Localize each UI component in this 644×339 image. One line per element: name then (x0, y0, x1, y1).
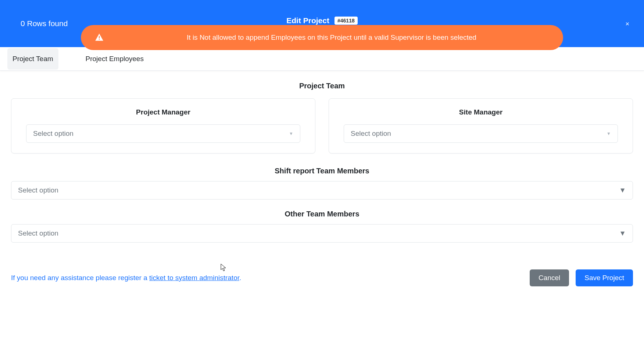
shift-report-section: Shift report Team Members Select option … (11, 167, 633, 199)
alert-banner: It is Not allowed to append Employees on… (81, 25, 563, 50)
select-placeholder: Select option (18, 186, 58, 194)
svg-rect-0 (99, 36, 100, 39)
modal-footer: If you need any assistance please regist… (0, 260, 644, 295)
caret-down-icon: ▼ (607, 131, 611, 136)
modal-header: 0 Rows found Edit Project #46118 × It is… (0, 0, 644, 47)
title-area: Edit Project #46118 (286, 16, 357, 25)
footer-actions: Cancel Save Project (530, 269, 633, 286)
help-text: If you need any assistance please regist… (11, 274, 241, 282)
save-project-button[interactable]: Save Project (576, 269, 633, 286)
help-link[interactable]: ticket to system administrator (149, 274, 239, 282)
caret-down-icon: ▼ (289, 131, 293, 136)
tab-project-team[interactable]: Project Team (7, 48, 58, 70)
help-prefix: If you need any assistance please regist… (11, 274, 149, 282)
tabs-bar: Project Team Project Employees (0, 47, 644, 71)
select-placeholder: Select option (351, 130, 391, 138)
close-icon: × (625, 20, 629, 28)
modal-content: Project Team Project Manager Select opti… (0, 71, 644, 260)
other-team-select[interactable]: Select option ▼ (11, 224, 633, 243)
tab-label: Project Employees (86, 55, 144, 63)
section-title-project-team: Project Team (11, 82, 633, 90)
other-team-section: Other Team Members Select option ▼ (11, 210, 633, 243)
cancel-button[interactable]: Cancel (530, 269, 569, 286)
card-row: Project Manager Select option ▼ Site Man… (11, 98, 633, 153)
tab-label: Project Team (12, 55, 53, 63)
project-manager-select[interactable]: Select option ▼ (26, 124, 300, 143)
select-placeholder: Select option (18, 229, 58, 237)
alert-message: It is Not allowed to append Employees on… (113, 33, 550, 42)
site-manager-label: Site Manager (344, 108, 618, 116)
tab-project-employees[interactable]: Project Employees (80, 48, 149, 70)
page-title: Edit Project (286, 16, 329, 25)
site-manager-card: Site Manager Select option ▼ (329, 98, 633, 153)
section-title-other-team: Other Team Members (11, 210, 633, 218)
project-manager-label: Project Manager (26, 108, 300, 116)
warning-icon (94, 32, 104, 43)
svg-rect-1 (99, 39, 100, 40)
project-id-badge: #46118 (334, 17, 358, 25)
help-suffix: . (239, 274, 241, 282)
select-placeholder: Select option (33, 130, 74, 138)
caret-down-icon: ▼ (619, 186, 626, 194)
close-button[interactable]: × (625, 21, 629, 27)
caret-down-icon: ▼ (619, 229, 626, 237)
project-manager-card: Project Manager Select option ▼ (11, 98, 315, 153)
site-manager-select[interactable]: Select option ▼ (344, 124, 618, 143)
shift-report-select[interactable]: Select option ▼ (11, 181, 633, 199)
section-title-shift-report: Shift report Team Members (11, 167, 633, 175)
